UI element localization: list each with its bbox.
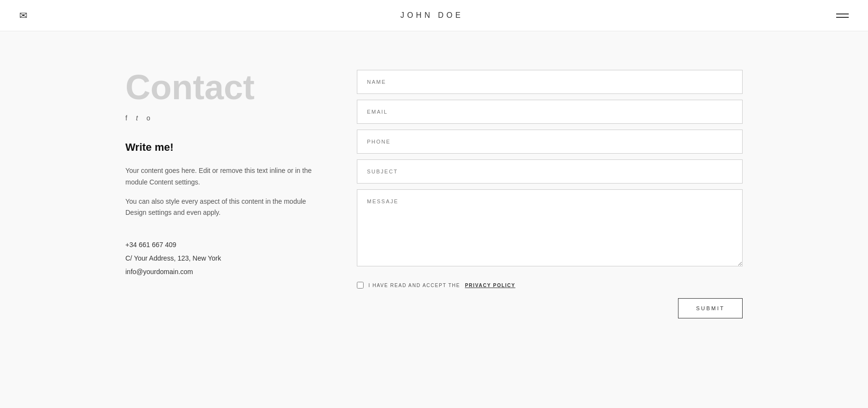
- hamburger-menu-icon[interactable]: [836, 13, 849, 18]
- mail-icon[interactable]: ✉: [19, 10, 27, 21]
- contact-form: I HAVE READ AND ACCEPT THE PRIVACY POLIC…: [357, 70, 743, 318]
- site-title: JOHN DOE: [400, 11, 463, 20]
- instagram-icon[interactable]: o: [147, 114, 150, 122]
- privacy-text: I HAVE READ AND ACCEPT THE: [368, 283, 460, 288]
- description-1: Your content goes here. Edit or remove t…: [125, 165, 318, 188]
- twitter-icon[interactable]: t: [136, 114, 138, 122]
- email-input[interactable]: [357, 100, 743, 124]
- phone-field-group: [357, 130, 743, 154]
- write-me-heading: Write me!: [125, 141, 318, 154]
- menu-line-2: [836, 17, 849, 18]
- email-field-group: [357, 100, 743, 124]
- privacy-row: I HAVE READ AND ACCEPT THE PRIVACY POLIC…: [357, 282, 743, 289]
- page-title: Contact: [125, 70, 318, 105]
- phone-number: +34 661 667 409: [125, 238, 318, 251]
- submit-row: SUBMIT: [357, 298, 743, 318]
- subject-input[interactable]: [357, 159, 743, 184]
- name-input[interactable]: [357, 70, 743, 94]
- privacy-policy-link[interactable]: PRIVACY POLICY: [465, 283, 515, 288]
- privacy-checkbox[interactable]: [357, 282, 364, 289]
- main-content: Contact f t o Write me! Your content goe…: [0, 31, 868, 357]
- email-address: info@yourdomain.com: [125, 265, 318, 278]
- header: ✉ JOHN DOE: [0, 0, 868, 31]
- message-textarea[interactable]: [357, 189, 743, 266]
- subject-field-group: [357, 159, 743, 184]
- submit-button[interactable]: SUBMIT: [678, 298, 743, 318]
- description-2: You can also style every aspect of this …: [125, 196, 318, 219]
- name-field-group: [357, 70, 743, 94]
- menu-line-1: [836, 13, 849, 14]
- phone-input[interactable]: [357, 130, 743, 154]
- facebook-icon[interactable]: f: [125, 114, 127, 122]
- social-icons: f t o: [125, 114, 318, 122]
- address: C/ Your Address, 123, New York: [125, 251, 318, 265]
- message-field-group: [357, 189, 743, 268]
- left-column: Contact f t o Write me! Your content goe…: [125, 70, 318, 318]
- contact-info: +34 661 667 409 C/ Your Address, 123, Ne…: [125, 238, 318, 278]
